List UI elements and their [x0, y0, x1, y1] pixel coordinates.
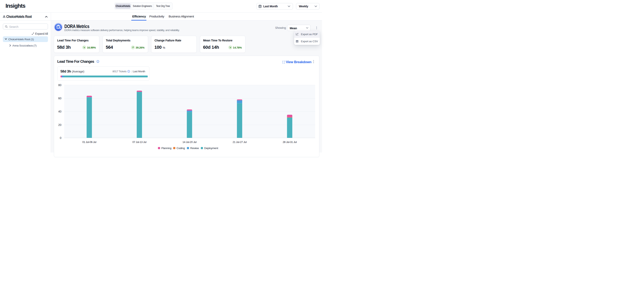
svg-text:Review: Review	[190, 147, 199, 150]
svg-text:0: 0	[60, 136, 61, 139]
svg-text:40: 40	[58, 110, 62, 113]
svg-text:Coding: Coding	[176, 147, 185, 150]
svg-text:Deployment: Deployment	[204, 147, 218, 150]
svg-text:21 Jul-27 Jul: 21 Jul-27 Jul	[232, 141, 247, 144]
svg-text:01 Jul-06 Jul: 01 Jul-06 Jul	[82, 141, 96, 144]
svg-text:60: 60	[58, 97, 62, 100]
svg-text:07 Jul-13 Jul: 07 Jul-13 Jul	[132, 141, 146, 144]
svg-text:80: 80	[58, 83, 62, 87]
svg-text:28 Jul-31 Jul: 28 Jul-31 Jul	[283, 141, 297, 144]
svg-text:14 Jul-20 Jul: 14 Jul-20 Jul	[182, 141, 196, 144]
svg-text:20: 20	[58, 123, 62, 126]
svg-text:Planning: Planning	[161, 147, 172, 150]
